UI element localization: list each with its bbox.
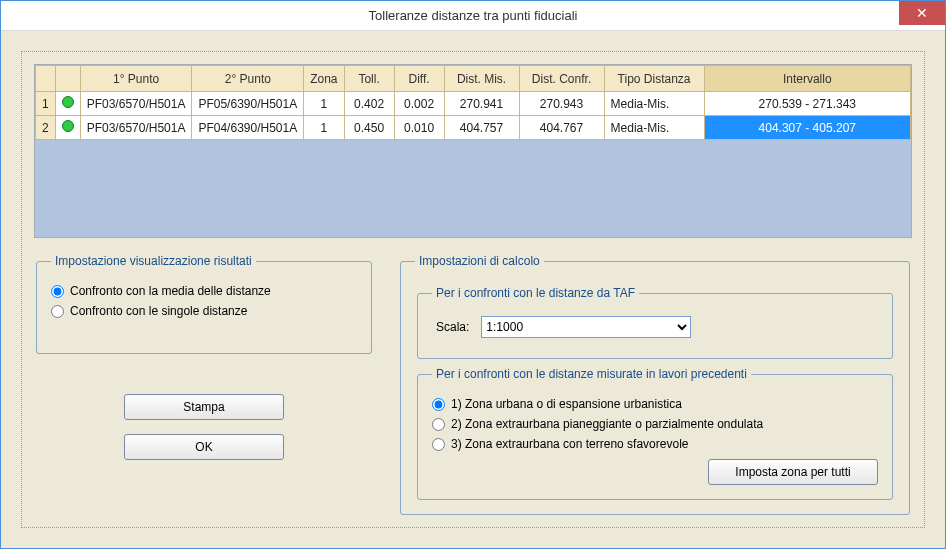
imposta-row: Imposta zona per tutti bbox=[432, 459, 878, 485]
client-area: 1° Punto 2° Punto Zona Toll. Diff. Dist.… bbox=[1, 31, 945, 548]
cell-intervallo-selected[interactable]: 404.307 - 405.207 bbox=[704, 116, 910, 140]
cell-p2[interactable]: PF05/6390/H501A bbox=[192, 92, 304, 116]
titlebar[interactable]: Tolleranze distanze tra punti fiduciali … bbox=[1, 1, 945, 31]
radio-confronto-media[interactable] bbox=[51, 285, 64, 298]
cell-tipo[interactable]: Media-Mis. bbox=[604, 92, 704, 116]
cell-diff[interactable]: 0.002 bbox=[394, 92, 444, 116]
imposta-zona-button[interactable]: Imposta zona per tutti bbox=[708, 459, 878, 485]
taf-legend: Per i confronti con le distanze da TAF bbox=[432, 286, 639, 300]
radio-media-label: Confronto con la media delle distanze bbox=[70, 284, 271, 298]
cell-tipo[interactable]: Media-Mis. bbox=[604, 116, 704, 140]
button-stack: Stampa OK bbox=[34, 394, 374, 460]
col-punto1[interactable]: 1° Punto bbox=[80, 66, 192, 92]
main-panel: 1° Punto 2° Punto Zona Toll. Diff. Dist.… bbox=[21, 51, 925, 528]
grid-container: 1° Punto 2° Punto Zona Toll. Diff. Dist.… bbox=[34, 64, 912, 238]
visualization-group: Impostazione visualizzazione risultati C… bbox=[36, 254, 372, 354]
cell-mis[interactable]: 404.757 bbox=[444, 116, 519, 140]
status-ok-icon bbox=[62, 120, 74, 132]
cell-p1[interactable]: PF03/6570/H501A bbox=[80, 92, 192, 116]
zona3-label: 3) Zona extraurbana con terreno sfavorev… bbox=[451, 437, 688, 451]
status-cell bbox=[55, 116, 80, 140]
window-title: Tolleranze distanze tra punti fiduciali bbox=[369, 8, 578, 23]
zona1-label: 1) Zona urbana o di espansione urbanisti… bbox=[451, 397, 682, 411]
cell-toll[interactable]: 0.402 bbox=[344, 92, 394, 116]
zona2-row[interactable]: 2) Zona extraurbana pianeggiante o parzi… bbox=[432, 417, 878, 431]
cell-confr[interactable]: 270.943 bbox=[519, 92, 604, 116]
cell-intervallo[interactable]: 270.539 - 271.343 bbox=[704, 92, 910, 116]
radio-media-row[interactable]: Confronto con la media delle distanze bbox=[51, 284, 357, 298]
visualization-legend: Impostazione visualizzazione risultati bbox=[51, 254, 256, 268]
col-rownum[interactable] bbox=[36, 66, 56, 92]
scala-label: Scala: bbox=[436, 320, 469, 334]
window: Tolleranze distanze tra punti fiduciali … bbox=[0, 0, 946, 549]
cell-zona[interactable]: 1 bbox=[304, 92, 344, 116]
col-tipo[interactable]: Tipo Distanza bbox=[604, 66, 704, 92]
precedenti-group: Per i confronti con le distanze misurate… bbox=[417, 367, 893, 500]
col-intervallo[interactable]: Intervallo bbox=[704, 66, 910, 92]
scala-select[interactable]: 1:1000 bbox=[481, 316, 691, 338]
radio-zona3[interactable] bbox=[432, 438, 445, 451]
cell-toll[interactable]: 0.450 bbox=[344, 116, 394, 140]
col-toll[interactable]: Toll. bbox=[344, 66, 394, 92]
cell-zona[interactable]: 1 bbox=[304, 116, 344, 140]
scale-row: Scala: 1:1000 bbox=[432, 310, 878, 344]
taf-group: Per i confronti con le distanze da TAF S… bbox=[417, 286, 893, 359]
col-diff[interactable]: Diff. bbox=[394, 66, 444, 92]
calc-group: Impostazioni di calcolo Per i confronti … bbox=[400, 254, 910, 515]
cell-p1[interactable]: PF03/6570/H501A bbox=[80, 116, 192, 140]
grid-empty-area bbox=[35, 140, 911, 238]
cell-p2[interactable]: PF04/6390/H501A bbox=[192, 116, 304, 140]
col-dist-confr[interactable]: Dist. Confr. bbox=[519, 66, 604, 92]
zona3-row[interactable]: 3) Zona extraurbana con terreno sfavorev… bbox=[432, 437, 878, 451]
results-table[interactable]: 1° Punto 2° Punto Zona Toll. Diff. Dist.… bbox=[35, 65, 911, 140]
radio-zona1[interactable] bbox=[432, 398, 445, 411]
status-ok-icon bbox=[62, 96, 74, 108]
col-dist-mis[interactable]: Dist. Mis. bbox=[444, 66, 519, 92]
cell-mis[interactable]: 270.941 bbox=[444, 92, 519, 116]
lower-area: Impostazione visualizzazione risultati C… bbox=[34, 254, 912, 515]
zona1-row[interactable]: 1) Zona urbana o di espansione urbanisti… bbox=[432, 397, 878, 411]
left-column: Impostazione visualizzazione risultati C… bbox=[34, 254, 374, 515]
row-num: 1 bbox=[36, 92, 56, 116]
close-button[interactable]: ✕ bbox=[899, 1, 945, 25]
zona2-label: 2) Zona extraurbana pianeggiante o parzi… bbox=[451, 417, 763, 431]
ok-button[interactable]: OK bbox=[124, 434, 284, 460]
col-zona[interactable]: Zona bbox=[304, 66, 344, 92]
cell-diff[interactable]: 0.010 bbox=[394, 116, 444, 140]
col-punto2[interactable]: 2° Punto bbox=[192, 66, 304, 92]
table-row[interactable]: 1 PF03/6570/H501A PF05/6390/H501A 1 0.40… bbox=[36, 92, 911, 116]
table-row[interactable]: 2 PF03/6570/H501A PF04/6390/H501A 1 0.45… bbox=[36, 116, 911, 140]
stampa-button[interactable]: Stampa bbox=[124, 394, 284, 420]
radio-singole-label: Confronto con le singole distanze bbox=[70, 304, 247, 318]
radio-confronto-singole[interactable] bbox=[51, 305, 64, 318]
right-column: Impostazioni di calcolo Per i confronti … bbox=[398, 254, 912, 515]
close-icon: ✕ bbox=[916, 5, 928, 21]
cell-confr[interactable]: 404.767 bbox=[519, 116, 604, 140]
precedenti-legend: Per i confronti con le distanze misurate… bbox=[432, 367, 751, 381]
status-cell bbox=[55, 92, 80, 116]
radio-singole-row[interactable]: Confronto con le singole distanze bbox=[51, 304, 357, 318]
col-status[interactable] bbox=[55, 66, 80, 92]
calc-legend: Impostazioni di calcolo bbox=[415, 254, 544, 268]
radio-zona2[interactable] bbox=[432, 418, 445, 431]
row-num: 2 bbox=[36, 116, 56, 140]
